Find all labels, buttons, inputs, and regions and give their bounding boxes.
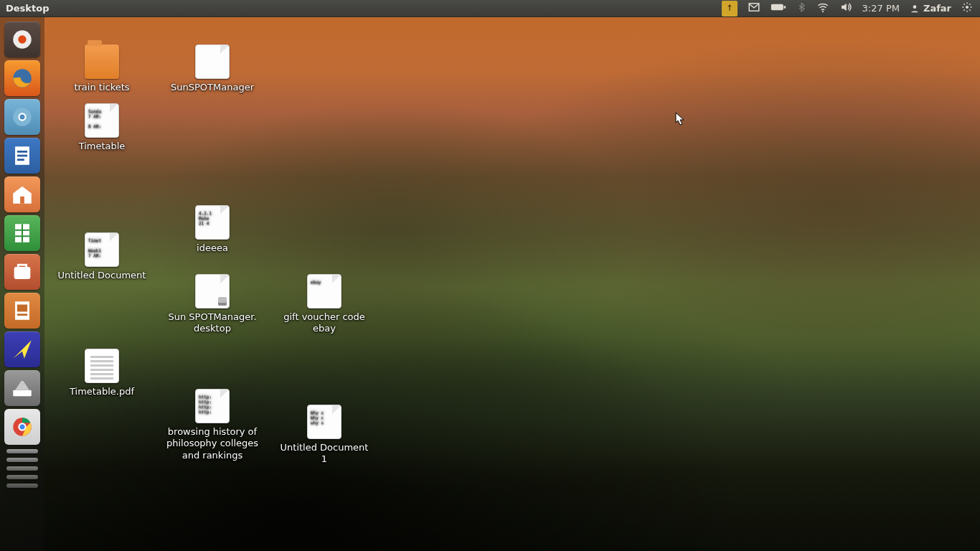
desktop[interactable]: train ticketsSunSPOTManagerSunda 7 AM: 8…: [0, 17, 980, 551]
clock[interactable]: 3:27 PM: [862, 3, 900, 14]
file-icon: Sunda 7 AM: 8 AM:: [85, 103, 119, 138]
launcher-ubuntu-software[interactable]: [4, 254, 40, 290]
file-icon: [195, 44, 230, 79]
desktop-icon-sunspot-jnlp[interactable]: SunSPOTManager: [162, 44, 263, 93]
svg-rect-19: [17, 305, 27, 312]
battery-icon[interactable]: [771, 2, 786, 14]
svg-point-24: [19, 424, 24, 429]
desktop-icon-label: Timetable.pdf: [52, 386, 152, 397]
desktop-icon-label: ideeea: [162, 242, 263, 254]
launcher-overflow-bar[interactable]: [6, 449, 38, 453]
desktop-icon-browsing-history[interactable]: http: http: http: http:browsing history …: [162, 389, 263, 461]
launcher: [0, 17, 44, 551]
top-panel: Desktop 3:27 PM Zafar: [0, 0, 980, 17]
file-icon: Why s Why c why s: [307, 405, 341, 439]
volume-icon[interactable]: [839, 1, 852, 16]
wifi-icon[interactable]: [816, 1, 829, 16]
launcher-libreoffice-calc[interactable]: [4, 215, 40, 251]
indicators: 3:27 PM Zafar: [722, 1, 980, 17]
desktop-icon-sunspot-desktop[interactable]: Sun SPOTManager. desktop: [162, 274, 263, 335]
svg-rect-20: [17, 314, 27, 316]
desktop-icon-label: Untitled Document 1: [274, 442, 374, 466]
user-menu[interactable]: Zafar: [910, 3, 951, 14]
desktop-icon-ideeea[interactable]: 4.2.1 Make 21 4ideeea: [162, 205, 263, 254]
desktop-icon-untitled-doc-1[interactable]: Why s Why c why sUntitled Document 1: [274, 405, 374, 466]
svg-rect-15: [20, 197, 24, 204]
desktop-icon-label: Untitled Document: [52, 270, 152, 281]
launcher-nautilus-home[interactable]: [4, 176, 40, 212]
launcher-google-chrome[interactable]: [4, 409, 40, 445]
svg-rect-21: [13, 390, 32, 397]
desktop-icon-timetable[interactable]: Sunda 7 AM: 8 AM:Timetable: [52, 103, 152, 152]
file-icon: 4.2.1 Make 21 4: [195, 205, 230, 240]
desktop-icon-gift-voucher[interactable]: ebaygift voucher code ebay: [274, 274, 374, 335]
svg-point-3: [913, 5, 917, 9]
file-icon: ebay: [307, 274, 341, 309]
user-icon: [910, 4, 920, 14]
svg-rect-12: [17, 151, 27, 153]
mail-icon[interactable]: [748, 1, 760, 16]
desktop-icon-label: Sun SPOTManager. desktop: [162, 311, 263, 335]
svg-rect-1: [783, 6, 786, 8]
desktop-icon-train-tickets[interactable]: train tickets: [52, 44, 152, 93]
desktop-icon-label: Timetable: [52, 141, 152, 152]
folder-icon: [85, 44, 119, 79]
launcher-overflow-bar[interactable]: [6, 484, 38, 488]
launcher-location-app[interactable]: [4, 331, 40, 367]
bluetooth-icon[interactable]: [796, 2, 806, 14]
launcher-chromium[interactable]: [4, 99, 40, 135]
file-icon: [85, 349, 119, 383]
svg-rect-13: [17, 155, 27, 157]
desktop-icon-label: train tickets: [52, 82, 152, 93]
svg-point-2: [821, 11, 823, 12]
svg-rect-17: [14, 267, 31, 279]
desktop-icon-label: browsing history of philosophy colleges …: [162, 426, 263, 461]
file-icon: http: http: http: http:: [195, 389, 230, 423]
launcher-libreoffice-writer[interactable]: [4, 138, 40, 174]
desktop-icon-untitled-doc[interactable]: Timet Week1 7 AM:Untitled Document: [52, 232, 152, 281]
launcher-overflow-bar[interactable]: [6, 458, 38, 462]
launcher-dash-home[interactable]: [4, 22, 40, 57]
launcher-libreoffice-impress[interactable]: [4, 293, 40, 329]
svg-rect-14: [17, 159, 24, 161]
cursor-icon: [675, 112, 685, 126]
desktop-icon-timetable-pdf[interactable]: Timetable.pdf: [52, 349, 152, 397]
file-icon: Timet Week1 7 AM:: [85, 232, 119, 267]
window-title: Desktop: [6, 3, 49, 14]
desktop-icon-label: gift voucher code ebay: [274, 311, 374, 335]
svg-point-4: [966, 6, 969, 9]
launcher-overflow-bar[interactable]: [6, 475, 38, 479]
svg-point-10: [19, 114, 24, 119]
desktop-icon-label: SunSPOTManager: [162, 82, 263, 93]
session-cog-icon[interactable]: [961, 1, 973, 15]
launcher-firefox[interactable]: [4, 60, 40, 96]
launcher-scanner[interactable]: [4, 370, 40, 406]
svg-rect-0: [771, 4, 783, 10]
file-icon: [195, 274, 230, 309]
launcher-overflow-bar[interactable]: [6, 466, 38, 471]
update-manager-icon[interactable]: [722, 1, 738, 17]
svg-point-6: [18, 35, 26, 43]
